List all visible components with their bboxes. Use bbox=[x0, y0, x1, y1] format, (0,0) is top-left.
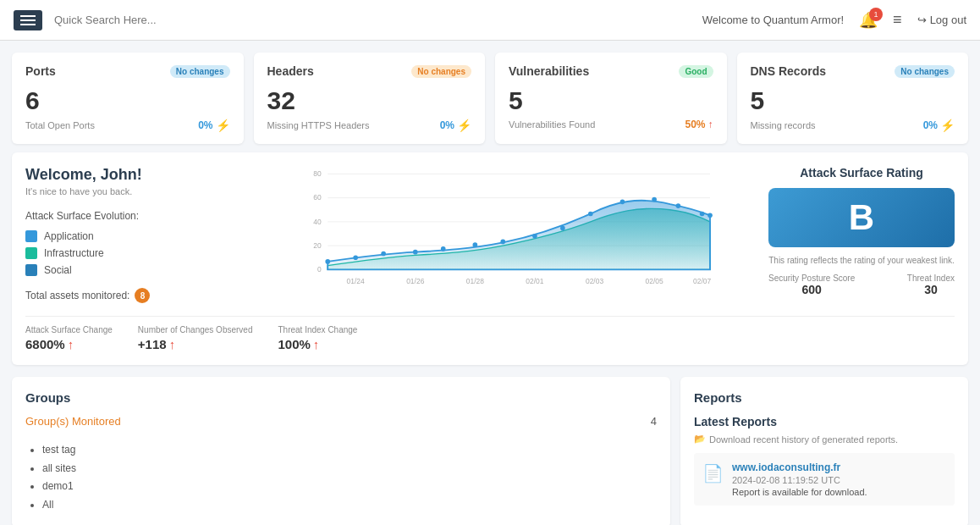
svg-point-26 bbox=[588, 212, 593, 217]
right-panel: Attack Surface Rating B This rating refl… bbox=[768, 166, 955, 304]
navbar: Welcome to Quantum Armor! 🔔 1 ≡ ↪ Log ou… bbox=[0, 0, 980, 41]
monitored-link[interactable]: Group(s) Monitored bbox=[25, 415, 121, 428]
threat-score-item: Threat Index 30 bbox=[907, 274, 955, 296]
welcome-subtitle: It's nice to have you back. bbox=[25, 186, 245, 196]
report-desc: Report is available for download. bbox=[732, 487, 867, 497]
latest-reports-title: Latest Reports bbox=[694, 415, 955, 428]
svg-point-31 bbox=[707, 213, 713, 218]
svg-point-28 bbox=[652, 197, 657, 202]
menu-icon-button[interactable]: ≡ bbox=[893, 11, 902, 29]
svg-text:02/05: 02/05 bbox=[646, 277, 663, 285]
svg-point-22 bbox=[473, 242, 478, 247]
download-text: Download recent history of generated rep… bbox=[709, 434, 898, 445]
report-item: 📄 www.iodaconsulting.fr 2024-02-08 11:19… bbox=[694, 453, 955, 506]
stat-changes-label: Number of Changes Observed bbox=[138, 325, 253, 334]
groups-card: Groups Group(s) Monitored 4 test tag all… bbox=[12, 377, 670, 525]
svg-point-25 bbox=[560, 226, 565, 231]
ports-card-header: Ports No changes bbox=[25, 64, 230, 78]
chart-container: 80 60 40 20 0 01/24 01/26 01/28 02/01 02… bbox=[262, 166, 752, 304]
ports-title: Ports bbox=[25, 64, 56, 78]
headers-change: 0% ⚡ bbox=[440, 119, 471, 132]
headers-card-header: Headers No changes bbox=[267, 64, 472, 78]
list-item: All bbox=[42, 496, 657, 515]
svg-point-23 bbox=[500, 240, 505, 245]
vuln-arrow-icon: ↑ bbox=[708, 119, 713, 130]
headers-title: Headers bbox=[267, 64, 314, 78]
stat-threat-value: 100% ↑ bbox=[278, 337, 357, 351]
stat-attack-surface-value: 6800% ↑ bbox=[25, 337, 113, 351]
report-url[interactable]: www.iodaconsulting.fr bbox=[732, 461, 867, 473]
dns-title: DNS Records bbox=[751, 64, 826, 78]
social-label: Social bbox=[44, 264, 72, 276]
dns-number: 5 bbox=[751, 86, 955, 115]
stat-attack-surface: Attack Surface Change 6800% ↑ bbox=[25, 325, 113, 351]
stat-threat-label: Threat Index Change bbox=[278, 325, 357, 334]
ports-lightning-icon: ⚡ bbox=[216, 119, 230, 132]
svg-point-19 bbox=[381, 251, 386, 257]
hamburger-button[interactable] bbox=[14, 10, 42, 30]
logout-icon: ↪ bbox=[917, 14, 927, 26]
svg-point-17 bbox=[325, 259, 330, 264]
vuln-number: 5 bbox=[509, 86, 713, 115]
svg-text:01/26: 01/26 bbox=[406, 277, 424, 285]
svg-text:20: 20 bbox=[313, 241, 322, 250]
application-label: Application bbox=[44, 230, 94, 242]
list-item: test tag bbox=[42, 441, 657, 460]
ports-change: 0% ⚡ bbox=[198, 119, 229, 132]
stat-changes: Number of Changes Observed +118 ↑ bbox=[138, 325, 253, 351]
stat-attack-up-icon: ↑ bbox=[68, 337, 74, 351]
stat-changes-value: +118 ↑ bbox=[138, 337, 253, 351]
dns-card: DNS Records No changes 5 Missing records… bbox=[737, 52, 969, 144]
security-score-label: Security Posture Score bbox=[768, 274, 855, 283]
nav-right: Welcome to Quantum Armor! 🔔 1 ≡ ↪ Log ou… bbox=[702, 11, 966, 30]
ports-label: Total Open Ports bbox=[25, 120, 95, 130]
infrastructure-label: Infrastructure bbox=[44, 247, 104, 259]
reports-title: Reports bbox=[694, 390, 955, 405]
main-section: Welcome, John! It's nice to have you bac… bbox=[12, 152, 968, 365]
search-input[interactable] bbox=[54, 14, 702, 26]
stats-row: Attack Surface Change 6800% ↑ Number of … bbox=[25, 316, 955, 351]
welcome-message: Welcome to Quantum Armor! bbox=[702, 14, 844, 26]
total-assets-count: 8 bbox=[135, 288, 150, 303]
legend-social: Social bbox=[25, 264, 245, 276]
infrastructure-dot bbox=[25, 247, 37, 259]
ports-badge: No changes bbox=[170, 65, 230, 78]
report-date: 2024-02-08 11:19:52 UTC bbox=[732, 475, 867, 485]
vuln-label: Vulnerabilities Found bbox=[509, 119, 595, 130]
total-assets-label: Total assets monitored: bbox=[25, 290, 129, 301]
social-dot bbox=[25, 264, 37, 276]
threat-score-value: 30 bbox=[907, 283, 955, 296]
dns-lightning-icon: ⚡ bbox=[940, 119, 955, 132]
legend-infrastructure: Infrastructure bbox=[25, 247, 245, 259]
download-icon: 📂 bbox=[694, 434, 706, 445]
svg-text:02/07: 02/07 bbox=[693, 277, 711, 285]
svg-text:01/28: 01/28 bbox=[466, 277, 484, 285]
cards-row: Ports No changes 6 Total Open Ports 0% ⚡… bbox=[0, 41, 980, 152]
dns-footer: Missing records 0% ⚡ bbox=[751, 119, 955, 132]
main-top: Welcome, John! It's nice to have you bac… bbox=[25, 166, 955, 304]
dns-badge: No changes bbox=[895, 65, 955, 78]
application-dot bbox=[25, 230, 37, 242]
report-info: www.iodaconsulting.fr 2024-02-08 11:19:5… bbox=[732, 461, 867, 497]
logout-button[interactable]: ↪ Log out bbox=[917, 14, 966, 26]
attack-surface-chart: 80 60 40 20 0 01/24 01/26 01/28 02/01 02… bbox=[262, 166, 752, 301]
rating-title: Attack Surface Rating bbox=[768, 166, 955, 180]
notification-button[interactable]: 🔔 1 bbox=[859, 11, 878, 30]
svg-point-24 bbox=[532, 234, 537, 239]
svg-text:0: 0 bbox=[317, 265, 322, 274]
vuln-badge: Good bbox=[679, 65, 713, 78]
groups-title: Groups bbox=[25, 390, 657, 405]
svg-point-18 bbox=[353, 255, 358, 260]
left-panel: Welcome, John! It's nice to have you bac… bbox=[25, 166, 245, 304]
list-item: all sites bbox=[42, 460, 657, 478]
security-score-value: 600 bbox=[768, 283, 855, 296]
vuln-card: Vulnerabilities Good 5 Vulnerabilities F… bbox=[495, 52, 727, 144]
legend-application: Application bbox=[25, 230, 245, 242]
stat-threat-up-icon: ↑ bbox=[313, 337, 320, 351]
svg-text:02/01: 02/01 bbox=[526, 277, 543, 285]
svg-text:01/24: 01/24 bbox=[347, 277, 365, 285]
download-link[interactable]: 📂 Download recent history of generated r… bbox=[694, 434, 955, 445]
headers-number: 32 bbox=[267, 86, 472, 115]
threat-score-label: Threat Index bbox=[907, 274, 955, 283]
dns-change: 0% ⚡ bbox=[923, 119, 955, 132]
